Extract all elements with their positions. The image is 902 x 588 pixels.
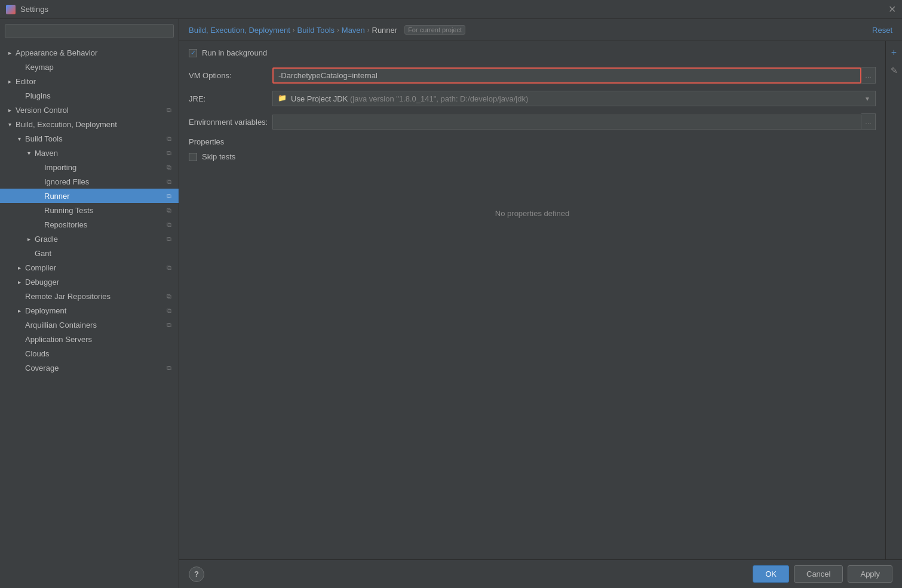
arrow-icon <box>5 119 14 129</box>
sidebar-item-label: Plugins <box>25 91 51 100</box>
sidebar-item-gradle[interactable]: Gradle ⧉ <box>0 232 179 246</box>
copy-icon: ⧉ <box>164 220 174 229</box>
sidebar-item-gant[interactable]: Gant <box>0 246 179 260</box>
jre-label: JRE: <box>189 94 272 103</box>
arrow-icon <box>14 134 24 143</box>
breadcrumb-sep3: › <box>367 26 370 33</box>
sidebar-item-label: Keymap <box>25 63 54 72</box>
arrow-icon <box>24 234 33 244</box>
arrow-icon <box>5 48 14 57</box>
sidebar-item-label: Ignored Files <box>44 177 89 186</box>
sidebar-item-label: Importing <box>44 163 76 172</box>
env-vars-input[interactable] <box>272 115 861 130</box>
cancel-button[interactable]: Cancel <box>794 565 843 583</box>
sidebar-item-maven[interactable]: Maven ⧉ <box>0 146 179 160</box>
arrow-icon <box>24 148 33 158</box>
ok-button[interactable]: OK <box>753 565 789 583</box>
sidebar-item-label: Application Servers <box>25 335 92 344</box>
add-property-button[interactable]: + <box>888 46 901 59</box>
run-in-background-checkbox[interactable] <box>189 49 197 57</box>
sidebar-item-repositories[interactable]: Repositories ⧉ <box>0 217 179 232</box>
breadcrumb-build-execution[interactable]: Build, Execution, Deployment <box>189 26 290 35</box>
right-tools-panel: + ✎ <box>885 41 902 559</box>
sidebar-item-label: Gradle <box>35 235 58 244</box>
arrow-icon <box>14 306 24 315</box>
sidebar-item-app-servers[interactable]: Application Servers <box>0 332 179 346</box>
sidebar-item-appearance[interactable]: Appearance & Behavior <box>0 45 179 60</box>
sidebar: Appearance & Behavior Keymap Editor Plug… <box>0 19 179 588</box>
copy-icon: ⧉ <box>164 105 174 115</box>
vm-options-expand[interactable]: … <box>861 67 876 84</box>
copy-icon: ⧉ <box>164 320 174 330</box>
sidebar-item-label: Build, Execution, Deployment <box>16 120 117 129</box>
sidebar-item-ignored-files[interactable]: Ignored Files ⧉ <box>0 174 179 189</box>
jre-selector[interactable]: 📁 Use Project JDK (java version "1.8.0_1… <box>272 91 876 106</box>
copy-icon: ⧉ <box>164 148 174 158</box>
copy-icon: ⧉ <box>164 263 174 272</box>
jre-row: JRE: 📁 Use Project JDK (java version "1.… <box>189 91 876 106</box>
sidebar-item-label: Deployment <box>25 306 66 315</box>
sidebar-item-importing[interactable]: Importing ⧉ <box>0 160 179 174</box>
dropdown-arrow-icon: ▼ <box>864 96 870 102</box>
sidebar-item-remote-jar[interactable]: Remote Jar Repositories ⧉ <box>0 289 179 303</box>
help-button[interactable]: ? <box>189 567 204 582</box>
sidebar-item-debugger[interactable]: Debugger <box>0 275 179 289</box>
sidebar-item-build-execution[interactable]: Build, Execution, Deployment <box>0 117 179 131</box>
breadcrumb-maven[interactable]: Maven <box>342 26 365 35</box>
sidebar-item-plugins[interactable]: Plugins <box>0 88 179 103</box>
sidebar-item-build-tools[interactable]: Build Tools ⧉ <box>0 131 179 146</box>
sidebar-item-editor[interactable]: Editor <box>0 74 179 88</box>
sidebar-item-label: Gant <box>35 249 51 258</box>
copy-icon: ⧉ <box>164 291 174 301</box>
copy-icon: ⧉ <box>164 162 174 172</box>
sidebar-item-label: Repositories <box>44 220 87 229</box>
sidebar-item-coverage[interactable]: Coverage ⧉ <box>0 361 179 375</box>
apply-button[interactable]: Apply <box>848 565 892 583</box>
search-input[interactable] <box>5 24 174 38</box>
run-in-background-label: Run in background <box>202 48 267 57</box>
titlebar: Settings ✕ <box>0 0 902 19</box>
close-button[interactable]: ✕ <box>888 4 896 15</box>
skip-tests-checkbox[interactable] <box>189 153 197 161</box>
breadcrumb-runner: Runner <box>372 26 398 35</box>
breadcrumb-sep1: › <box>293 26 295 33</box>
reset-link[interactable]: Reset <box>872 26 892 35</box>
breadcrumb-build-tools[interactable]: Build Tools <box>297 26 335 35</box>
skip-tests-row: Skip tests <box>189 152 876 161</box>
vm-options-row: VM Options: … <box>189 67 876 84</box>
breadcrumb: Build, Execution, Deployment › Build Too… <box>179 19 902 41</box>
sidebar-item-compiler[interactable]: Compiler ⧉ <box>0 260 179 275</box>
sidebar-item-running-tests[interactable]: Running Tests ⧉ <box>0 203 179 217</box>
sidebar-item-version-control[interactable]: Version Control ⧉ <box>0 103 179 117</box>
sidebar-tree: Appearance & Behavior Keymap Editor Plug… <box>0 43 179 588</box>
sidebar-item-label: Running Tests <box>44 206 93 215</box>
env-vars-expand[interactable]: … <box>861 113 876 130</box>
sidebar-item-deployment[interactable]: Deployment ⧉ <box>0 303 179 318</box>
sidebar-item-keymap[interactable]: Keymap <box>0 60 179 74</box>
sidebar-item-arquillian[interactable]: Arquillian Containers ⧉ <box>0 318 179 332</box>
sidebar-item-label: Build Tools <box>25 134 63 143</box>
copy-icon: ⧉ <box>164 306 174 315</box>
sidebar-item-label: Runner <box>44 192 70 201</box>
sidebar-item-label: Coverage <box>25 364 59 372</box>
sidebar-item-clouds[interactable]: Clouds <box>0 346 179 361</box>
copy-icon: ⧉ <box>164 234 174 244</box>
bottom-bar: ? OK Cancel Apply <box>179 559 902 588</box>
jre-value: Use Project JDK (java version "1.8.0_141… <box>291 94 864 103</box>
breadcrumb-sep2: › <box>337 26 339 33</box>
run-in-background-row: Run in background <box>189 48 876 57</box>
settings-content: Run in background VM Options: … JRE: 📁 <box>179 41 885 559</box>
arrow-icon <box>5 105 14 115</box>
copy-icon: ⧉ <box>164 363 174 372</box>
properties-header: Properties <box>189 137 876 146</box>
jre-detail: (java version "1.8.0_141", path: D:/deve… <box>348 94 528 103</box>
vm-options-input[interactable] <box>274 69 860 82</box>
edit-property-button[interactable]: ✎ <box>888 64 901 77</box>
skip-tests-label: Skip tests <box>202 152 235 161</box>
sidebar-item-runner[interactable]: Runner ⧉ <box>0 189 179 203</box>
sidebar-item-label: Maven <box>35 149 58 158</box>
sidebar-item-label: Arquillian Containers <box>25 321 97 330</box>
copy-icon: ⧉ <box>164 191 174 201</box>
sidebar-item-label: Version Control <box>16 106 69 115</box>
arrow-icon <box>14 277 24 287</box>
